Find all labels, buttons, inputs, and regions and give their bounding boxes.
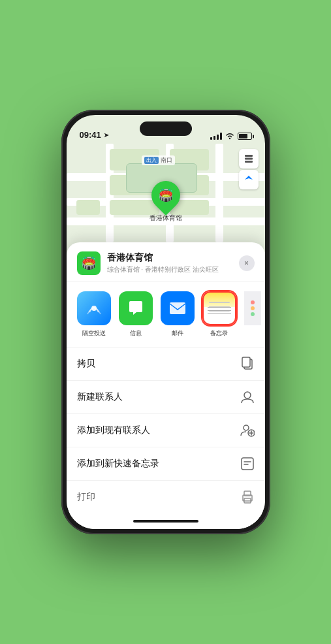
share-row: 隔空投送 信息 [67,282,265,347]
print-label: 打印 [77,491,95,503]
svg-point-9 [244,425,249,430]
add-notes-svg [240,457,255,471]
print-svg [240,491,255,504]
share-notes[interactable]: 备忘录 [202,291,236,338]
battery-fill [239,134,248,138]
map-controls [239,149,259,189]
airdrop-icon [77,291,111,325]
map-area[interactable]: 出入 南口 [67,144,265,242]
signal-bar-1 [210,137,212,140]
svg-point-8 [244,392,251,398]
share-more[interactable] [244,291,261,338]
status-time: 09:41 ➤ [80,130,109,140]
copy-icon [240,357,255,371]
pin-circle: 🏟️ [145,175,185,216]
add-notes-icon [240,457,255,471]
signal-bar-2 [213,136,215,140]
signal-bars-icon [210,133,222,140]
place-icon: 🏟️ [77,251,101,275]
copy-label: 拷贝 [77,358,95,370]
signal-bar-3 [217,135,219,140]
location-arrow-icon: ➤ [104,132,109,138]
home-indicator [67,513,265,529]
status-icons [210,133,252,140]
map-layers-icon [244,153,254,164]
dynamic-island [140,121,192,136]
action-print[interactable]: 打印 [67,481,265,513]
add-existing-svg [240,423,255,438]
action-copy[interactable]: 拷贝 [67,347,265,381]
copy-svg [241,357,254,371]
action-list: 拷贝 新建联系人 [67,347,265,513]
mail-icon [161,291,195,325]
action-new-contact[interactable]: 新建联系人 [67,381,265,414]
place-header: 🏟️ 香港体育馆 综合体育馆 · 香港特别行政区 油尖旺区 × [67,242,265,282]
airdrop-label: 隔空投送 [82,329,106,338]
new-contact-label: 新建联系人 [77,391,123,403]
place-info: 香港体育馆 综合体育馆 · 香港特别行政区 油尖旺区 [107,252,239,274]
location-arrow-icon [244,175,253,184]
battery-icon [238,133,252,140]
share-messages[interactable]: 信息 [119,291,153,338]
map-entrance-label: 出入 南口 [142,155,175,165]
share-airdrop[interactable]: 隔空投送 [77,291,111,338]
airdrop-svg [86,300,102,317]
add-existing-label: 添加到现有联系人 [77,425,150,436]
svg-rect-3 [245,161,253,163]
svg-rect-2 [245,158,253,160]
share-mail[interactable]: 邮件 [161,291,195,338]
svg-rect-11 [242,458,253,470]
close-button[interactable]: × [239,255,255,271]
action-add-existing[interactable]: 添加到现有联系人 [67,414,265,447]
messages-icon [119,291,153,325]
mail-label: 邮件 [172,329,183,338]
add-existing-icon [240,423,255,438]
notes-icon [202,291,236,325]
print-icon [240,490,255,504]
bottom-sheet: 🏟️ 香港体育馆 综合体育馆 · 香港特别行政区 油尖旺区 × [67,242,265,529]
home-bar [133,520,198,523]
place-subtitle: 综合体育馆 · 香港特别行政区 油尖旺区 [107,265,239,274]
location-pin: 🏟️ 香港体育馆 [150,181,182,223]
time-display: 09:41 [80,130,101,140]
messages-svg [127,299,145,317]
signal-bar-4 [220,133,222,140]
svg-point-0 [229,138,230,139]
notes-label: 备忘录 [210,329,228,338]
wifi-icon [225,133,234,140]
location-button[interactable] [239,170,259,189]
action-add-notes[interactable]: 添加到新快速备忘录 [67,447,265,481]
place-name: 香港体育馆 [107,252,239,264]
messages-label: 信息 [130,329,142,338]
new-contact-svg [240,390,255,404]
pin-emoji: 🏟️ [159,188,173,202]
new-contact-icon [240,390,255,404]
svg-rect-5 [170,302,185,314]
add-notes-label: 添加到新快速备忘录 [77,458,159,470]
svg-rect-7 [242,357,250,367]
mail-svg [168,301,187,315]
more-dots-icon [251,300,255,316]
svg-rect-1 [245,155,253,157]
phone-frame: 09:41 ➤ [61,110,270,534]
map-layers-button[interactable] [239,149,259,169]
phone-screen: 09:41 ➤ [67,115,265,529]
more-icon [244,291,261,325]
